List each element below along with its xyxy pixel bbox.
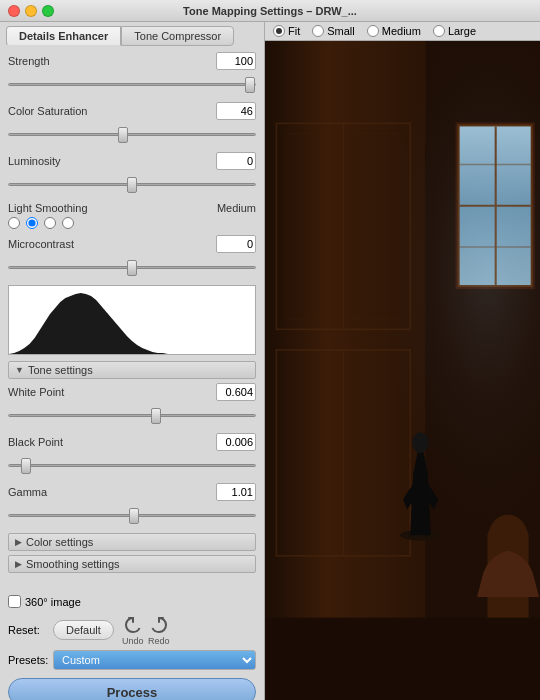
tab-tone-compressor[interactable]: Tone Compressor <box>121 26 234 46</box>
white-point-slider[interactable] <box>8 407 256 423</box>
microcontrast-row: Microcontrast <box>8 235 256 253</box>
light-smoothing-low-radio[interactable] <box>8 217 20 229</box>
black-point-label: Black Point <box>8 436 108 448</box>
maximize-button[interactable] <box>42 5 54 17</box>
tone-settings-arrow: ▼ <box>15 365 24 375</box>
color-saturation-input[interactable] <box>216 102 256 120</box>
white-point-input[interactable] <box>216 383 256 401</box>
left-panel: Details Enhancer Tone Compressor Strengt… <box>0 22 265 700</box>
light-smoothing-veryhigh-radio[interactable] <box>62 217 74 229</box>
luminosity-row: Luminosity <box>8 152 256 170</box>
process-button[interactable]: Process <box>8 678 256 700</box>
light-smoothing-header: Light Smoothing Medium <box>8 202 256 214</box>
color-settings-arrow: ▶ <box>15 537 22 547</box>
strength-slider[interactable] <box>8 76 256 92</box>
black-point-row: Black Point <box>8 433 256 451</box>
reset-label: Reset: <box>8 624 53 636</box>
microcontrast-input[interactable] <box>216 235 256 253</box>
undo-redo-group: Undo Redo <box>122 614 170 646</box>
view-options-bar: Fit Small Medium Large <box>265 22 540 41</box>
checkbox-360[interactable] <box>8 595 21 608</box>
redo-label: Redo <box>148 636 170 646</box>
view-large-label: Large <box>448 25 476 37</box>
gamma-slider[interactable] <box>8 507 256 523</box>
undo-label: Undo <box>122 636 144 646</box>
tab-bar: Details Enhancer Tone Compressor <box>0 22 264 46</box>
image-preview <box>265 41 540 700</box>
light-smoothing-radios <box>8 217 256 229</box>
microcontrast-label: Microcontrast <box>8 238 108 250</box>
smoothing-settings-header[interactable]: ▶ Smoothing settings <box>8 555 256 573</box>
tab-details-enhancer[interactable]: Details Enhancer <box>6 26 121 46</box>
microcontrast-slider-row <box>8 257 256 277</box>
color-settings-title: Color settings <box>26 536 93 548</box>
luminosity-input[interactable] <box>216 152 256 170</box>
gamma-label: Gamma <box>8 486 108 498</box>
redo-button[interactable]: Redo <box>148 614 170 646</box>
light-smoothing-section: Light Smoothing Medium <box>8 202 256 229</box>
color-saturation-slider[interactable] <box>8 126 256 142</box>
view-large-radio[interactable] <box>433 25 445 37</box>
title-bar: Tone Mapping Settings – DRW_... <box>0 0 540 22</box>
view-small[interactable]: Small <box>312 25 355 37</box>
smoothing-settings-title: Smoothing settings <box>26 558 120 570</box>
view-fit[interactable]: Fit <box>273 25 300 37</box>
view-large[interactable]: Large <box>433 25 476 37</box>
smoothing-settings-arrow: ▶ <box>15 559 22 569</box>
luminosity-label: Luminosity <box>8 155 108 167</box>
presets-select[interactable]: Custom <box>53 650 256 670</box>
redo-icon <box>148 614 170 636</box>
black-point-slider[interactable] <box>8 457 256 473</box>
default-button[interactable]: Default <box>53 620 114 640</box>
right-panel: Fit Small Medium Large <box>265 22 540 700</box>
gamma-row: Gamma <box>8 483 256 501</box>
presets-row: Presets: Custom <box>8 650 256 670</box>
light-smoothing-high-radio[interactable] <box>44 217 56 229</box>
strength-input[interactable] <box>216 52 256 70</box>
color-saturation-label: Color Saturation <box>8 105 108 117</box>
view-small-radio[interactable] <box>312 25 324 37</box>
reset-row: Reset: Default Undo <box>8 614 256 646</box>
light-smoothing-veryhigh[interactable] <box>62 217 74 229</box>
histogram-svg <box>9 286 255 354</box>
microcontrast-slider[interactable] <box>8 259 256 275</box>
strength-label: Strength <box>8 55 108 67</box>
white-point-slider-row <box>8 405 256 425</box>
bottom-controls: 360° image Reset: Default Undo <box>0 583 264 700</box>
traffic-lights <box>8 5 54 17</box>
gamma-slider-row <box>8 505 256 525</box>
white-point-row: White Point <box>8 383 256 401</box>
strength-row: Strength <box>8 52 256 70</box>
presets-label: Presets: <box>8 654 53 666</box>
black-point-input[interactable] <box>216 433 256 451</box>
color-saturation-row: Color Saturation <box>8 102 256 120</box>
undo-icon <box>122 614 144 636</box>
color-settings-header[interactable]: ▶ Color settings <box>8 533 256 551</box>
view-medium[interactable]: Medium <box>367 25 421 37</box>
tone-settings-header[interactable]: ▼ Tone settings <box>8 361 256 379</box>
black-point-slider-row <box>8 455 256 475</box>
gamma-input[interactable] <box>216 483 256 501</box>
close-button[interactable] <box>8 5 20 17</box>
light-smoothing-high[interactable] <box>44 217 56 229</box>
view-fit-radio[interactable] <box>273 25 285 37</box>
view-medium-label: Medium <box>382 25 421 37</box>
light-smoothing-low[interactable] <box>8 217 20 229</box>
checkbox-360-row: 360° image <box>8 595 256 608</box>
luminosity-slider-row <box>8 174 256 194</box>
controls-area: Strength Color Saturation Luminosity <box>0 46 264 583</box>
light-smoothing-label: Light Smoothing <box>8 202 108 214</box>
tone-settings-title: Tone settings <box>28 364 93 376</box>
light-smoothing-medium-radio[interactable] <box>26 217 38 229</box>
undo-button[interactable]: Undo <box>122 614 144 646</box>
checkbox-360-label: 360° image <box>25 596 81 608</box>
view-fit-label: Fit <box>288 25 300 37</box>
luminosity-slider[interactable] <box>8 176 256 192</box>
light-smoothing-medium[interactable] <box>26 217 38 229</box>
white-point-label: White Point <box>8 386 108 398</box>
strength-slider-row <box>8 74 256 94</box>
minimize-button[interactable] <box>25 5 37 17</box>
main-layout: Details Enhancer Tone Compressor Strengt… <box>0 22 540 700</box>
svg-rect-23 <box>265 41 540 700</box>
view-medium-radio[interactable] <box>367 25 379 37</box>
